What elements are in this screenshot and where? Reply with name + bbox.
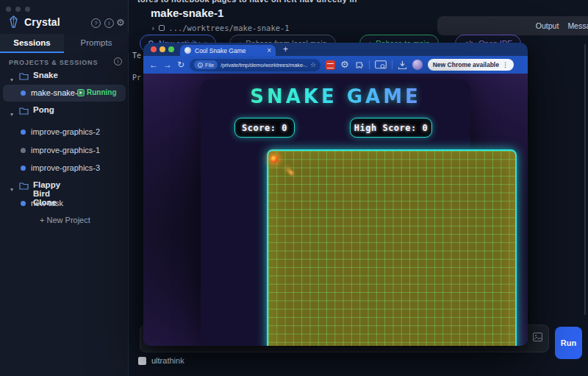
reload-icon[interactable]: ↻ [177,60,184,69]
folder-icon [19,72,29,80]
session-row-make-snake-1[interactable]: make-snake-1 Running [3,85,126,102]
high-score-box: High Score: 0 [350,118,432,138]
window-zoom-button[interactable] [25,7,30,12]
help-icon[interactable]: ? [91,18,101,28]
new-tab-button[interactable]: + [283,44,288,54]
scrollbar[interactable] [584,44,586,315]
tab-messages[interactable]: Messages (0) [567,21,588,30]
session-label: improve-graphics-3 [31,163,100,172]
sidebar-tab-prompts[interactable]: Prompts [64,34,129,53]
extensions-puzzle-icon[interactable] [354,60,364,70]
tab-favicon-icon [184,47,191,54]
session-label: make-snake-1 [31,88,82,97]
session-label: improve-graphics-1 [31,146,100,155]
tab-title: Cool Snake Game [195,47,263,54]
browser-toolbar: ← → ↻ i File /private/tmp/demo/worktrees… [143,56,528,74]
session-label: improve-graphics-2 [31,127,100,136]
session-status-dot [21,130,26,135]
screen: Crystal ? i ⚙ Sessions Prompts PROJECTS … [0,0,588,376]
session-status-dot [21,91,26,96]
game-page: SNAKE GAME Score: 0 High Score: 0 [143,74,528,346]
project-label: Snake [33,71,58,79]
project-row-flappy-bird-clone[interactable]: ▾ Flappy Bird Clone [10,181,13,194]
terminal-text-fragment: Te [132,52,141,60]
project-label: Pong [33,105,54,114]
screen-capture-icon[interactable] [375,60,387,70]
project-row-pong[interactable]: ▾ Pong [10,106,13,119]
browser-zoom-button[interactable] [168,46,174,52]
crystal-logo-icon [8,15,19,28]
terminal-text-fragment: Pr [132,74,141,82]
update-chrome-pill[interactable]: New Chrome available ⋮ [428,59,514,71]
chevron-down-icon[interactable]: ▾ [10,186,13,193]
session-row-improve-graphics-3[interactable]: improve-graphics-3 [0,161,129,177]
ultrathink-checkbox[interactable] [138,357,146,365]
back-icon[interactable]: ← [149,60,158,69]
app-title: Crystal [24,16,60,28]
toolbar-divider [392,60,392,69]
browser-close-button[interactable] [151,46,157,52]
folder-icon [19,182,29,190]
project-row-snake[interactable]: ▾ Snake [10,71,13,85]
window-close-button[interactable] [6,7,11,12]
extension-icon-red[interactable] [326,60,335,70]
session-status-dot [21,201,26,206]
page-title: make-snake-1 [151,7,223,19]
snake-segment [284,166,295,176]
info-icon[interactable]: i [104,18,114,28]
session-row-new-task[interactable]: new-task [0,196,129,213]
bookmark-star-icon[interactable]: ☆ [310,61,316,68]
game-container: SNAKE GAME Score: 0 High Score: 0 [201,79,470,346]
sidebar: Crystal ? i ⚙ Sessions Prompts PROJECTS … [0,0,129,376]
breadcrumb-chevron-icon: › [151,24,155,32]
session-status-dot [21,148,26,153]
folder-icon [19,107,29,115]
section-header: PROJECTS & SESSIONS [9,59,98,66]
chevron-down-icon[interactable]: ▾ [10,77,13,83]
address-bar[interactable]: i File /private/tmp/demo/worktrees/make-… [190,59,320,71]
breadcrumb-path: .../worktrees/make-snake-1 [168,24,289,32]
page-info-icon: i [198,63,203,68]
session-label: new-task [31,199,63,207]
extension-gear-icon[interactable]: ⚙ [340,60,349,69]
browser-window[interactable]: Cool Snake Game × + ← → ↻ i File /privat… [143,43,528,346]
chevron-down-icon[interactable]: ▾ [10,111,13,118]
ultrathink-label: ultrathink [151,356,184,365]
browser-minimize-button[interactable] [159,46,165,52]
browser-menu-dots-icon[interactable]: ⋮ [502,61,509,68]
browser-tab[interactable]: Cool Snake Game × [180,45,276,56]
session-row-improve-graphics-2[interactable]: improve-graphics-2 [0,125,129,141]
section-info-icon[interactable]: i [114,57,122,65]
session-status-dot [21,166,26,171]
worktree-icon [159,25,165,31]
url-scheme-chip[interactable]: i File [194,60,218,69]
download-icon[interactable] [398,60,407,70]
sidebar-tab-sessions[interactable]: Sessions [0,34,64,53]
game-board-canvas[interactable] [267,149,517,346]
food-dot [270,155,278,163]
new-project-button[interactable]: + New Project [40,216,90,224]
game-title: SNAKE GAME [201,85,470,107]
settings-gear-icon[interactable]: ⚙ [116,17,125,28]
attach-image-icon[interactable] [533,333,542,341]
forward-icon[interactable]: → [163,60,172,69]
scheme-label: File [205,62,214,68]
update-pill-label: New Chrome available [433,61,499,68]
breadcrumb[interactable]: › .../worktrees/make-snake-1 [151,24,290,32]
running-badge-icon [77,89,85,96]
tab-close-icon[interactable]: × [267,47,271,54]
running-badge: Running [87,88,117,96]
run-button[interactable]: Run [555,327,582,359]
tab-output[interactable]: Output [536,21,559,30]
url-text: /private/tmp/demo/worktrees/make-... [220,62,307,68]
toolbar-divider [369,60,370,69]
window-minimize-button[interactable] [15,7,21,12]
score-box: Score: 0 [234,118,295,138]
view-tab-bar: Output Messages (0) Changes Terminal [437,16,588,35]
session-row-improve-graphics-1[interactable]: improve-graphics-1 [0,143,129,160]
clipped-background-text: tores to notebook pages to have on left … [137,0,586,4]
profile-avatar[interactable] [412,60,423,70]
